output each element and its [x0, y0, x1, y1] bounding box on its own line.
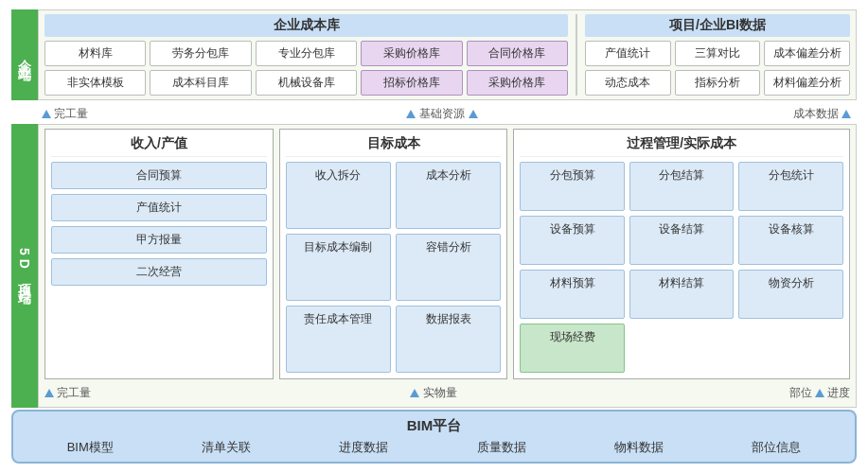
target-item-目标成本编制: 目标成本编制 — [286, 234, 391, 301]
target-item-责任成本管理: 责任成本管理 — [286, 306, 391, 373]
bottom-label-shiwuliang: 实物量 — [120, 385, 746, 401]
ent-item-合同价格库: 合同价格库 — [467, 41, 568, 66]
ent-item-成本偏差分析: 成本偏差分析 — [764, 41, 850, 66]
ent-item-动态成本: 动态成本 — [585, 70, 671, 96]
process-item-物资分析: 物资分析 — [738, 270, 843, 319]
ent-item-采购价格库1: 采购价格库 — [361, 41, 462, 66]
bottom-label-buwai: 部位 进度 — [746, 385, 850, 401]
enterprise-costlib: 企业成本库 材料库 劳务分包库 专业分包库 采购价格库 合同价格库 非实体模板 … — [44, 14, 568, 96]
target-item-收入拆分: 收入拆分 — [286, 162, 391, 229]
process-item-设备核算: 设备核算 — [738, 216, 843, 265]
bim-item-清单关联: 清单关联 — [202, 439, 251, 456]
process-item-分包预算: 分包预算 — [520, 162, 625, 211]
label-chengbendata: 成本数据 — [766, 106, 851, 122]
bidata-title: 项目/企业BI数据 — [585, 14, 850, 37]
ent-item-非实体模板: 非实体模板 — [44, 70, 146, 96]
ent-item-采购价格库2: 采购价格库 — [467, 70, 568, 96]
arrow-bottom-right1 — [815, 389, 824, 397]
bottom-label-jingdu-text: 进度 — [827, 385, 850, 401]
project-section: 5D 项目端 收入/产值 合同预算 产值统计 甲方报量 二次经营 目标成本 收入… — [11, 124, 857, 408]
module-process: 过程管理/实际成本 分包预算 分包结算 分包统计 设备预算 设备结算 设备核算 … — [513, 129, 850, 379]
ent-item-劳务分包库: 劳务分包库 — [150, 41, 251, 66]
arrow-chengbendata — [841, 110, 851, 118]
ent-item-材料偏差分析: 材料偏差分析 — [764, 70, 850, 96]
bim-section: BIM平台 BIM模型 清单关联 进度数据 质量数据 物料数据 部位信息 — [11, 410, 857, 464]
process-item-设备结算: 设备结算 — [629, 216, 735, 265]
bottom-label-shiwuliang-text: 实物量 — [423, 385, 457, 401]
module-target-title: 目标成本 — [286, 135, 502, 157]
enterprise-label: 企业端 — [11, 9, 38, 100]
costlib-title: 企业成本库 — [44, 14, 568, 37]
target-item-容错分析: 容错分析 — [396, 234, 501, 301]
enterprise-content: 企业成本库 材料库 劳务分包库 专业分包库 采购价格库 合同价格库 非实体模板 … — [38, 9, 857, 100]
bim-item-质量数据: 质量数据 — [477, 439, 526, 456]
bim-item-部位信息: 部位信息 — [752, 439, 801, 456]
label-jichuziyuan-text: 基础资源 — [419, 106, 465, 122]
ent-item-材料库: 材料库 — [44, 41, 146, 66]
arrow-wanggongliang — [42, 110, 51, 118]
project-content: 收入/产值 合同预算 产值统计 甲方报量 二次经营 目标成本 收入拆分 成本分析… — [38, 124, 857, 408]
project-bottom-labels: 完工量 实物量 部位 进度 — [44, 383, 850, 403]
income-item-合同预算: 合同预算 — [51, 162, 267, 189]
process-item-设备预算: 设备预算 — [520, 216, 625, 265]
bottom-label-wanggongliang-text: 完工量 — [57, 385, 91, 401]
module-process-title: 过程管理/实际成本 — [520, 135, 843, 157]
bim-title: BIM平台 — [23, 417, 845, 435]
bim-item-BIM模型: BIM模型 — [67, 439, 114, 456]
arrow-bottom-left — [44, 389, 54, 397]
bottom-label-wanggongliang: 完工量 — [44, 385, 120, 401]
costlib-row2: 非实体模板 成本科目库 机械设备库 招标价格库 采购价格库 — [44, 70, 568, 96]
project-label: 5D 项目端 — [11, 124, 38, 408]
process-item-材料预算: 材料预算 — [520, 270, 625, 319]
ent-item-专业分包库: 专业分包库 — [256, 41, 357, 66]
income-item-二次经营: 二次经营 — [51, 258, 267, 286]
process-item-分包统计: 分包统计 — [738, 162, 843, 211]
enterprise-section: 企业端 企业成本库 材料库 劳务分包库 专业分包库 采购价格库 合同价格库 非实… — [11, 9, 857, 100]
costlib-row1: 材料库 劳务分包库 专业分包库 采购价格库 合同价格库 — [44, 41, 568, 66]
bim-item-物料数据: 物料数据 — [614, 439, 664, 456]
ent-item-成本科目库: 成本科目库 — [150, 70, 251, 96]
process-item-材料结算: 材料结算 — [629, 270, 735, 319]
module-income: 收入/产值 合同预算 产值统计 甲方报量 二次经营 — [44, 129, 274, 379]
module-target: 目标成本 收入拆分 成本分析 目标成本编制 容错分析 责任成本管理 数据报表 — [279, 129, 508, 379]
project-label-text: 项目端 — [16, 272, 33, 284]
income-item-产值统计: 产值统计 — [51, 194, 267, 221]
label-jichuziuyan: 基础资源 — [117, 106, 766, 122]
target-item-数据报表: 数据报表 — [396, 306, 501, 373]
label-wanggongliang: 完工量 — [42, 106, 117, 122]
enterprise-bidata: 项目/企业BI数据 产值统计 三算对比 成本偏差分析 动态成本 指标分析 材料偏… — [585, 14, 850, 96]
module-income-title: 收入/产值 — [51, 135, 267, 157]
ent-item-三算对比: 三算对比 — [675, 41, 761, 66]
target-item-成本分析: 成本分析 — [396, 162, 501, 229]
ent-item-产值统计: 产值统计 — [585, 41, 671, 66]
label-chengbendata-text: 成本数据 — [793, 106, 839, 122]
target-grid: 收入拆分 成本分析 目标成本编制 容错分析 责任成本管理 数据报表 — [286, 162, 502, 373]
income-item-甲方报量: 甲方报量 — [51, 226, 267, 254]
project-modules: 收入/产值 合同预算 产值统计 甲方报量 二次经营 目标成本 收入拆分 成本分析… — [44, 129, 850, 379]
process-grid: 分包预算 分包结算 分包统计 设备预算 设备结算 设备核算 材料预算 材料结算 … — [520, 162, 843, 373]
process-item-现场经费: 现场经费 — [520, 324, 625, 373]
bim-items: BIM模型 清单关联 进度数据 质量数据 物料数据 部位信息 — [23, 439, 845, 456]
bidata-row1: 产值统计 三算对比 成本偏差分析 — [585, 41, 850, 66]
middle-label-row: 完工量 基础资源 成本数据 — [11, 104, 857, 124]
bottom-label-buwai-text: 部位 — [789, 385, 812, 401]
project-label-5d: 5D — [17, 248, 32, 272]
arrow-bottom-center — [410, 389, 419, 397]
ent-item-机械设备库: 机械设备库 — [256, 70, 357, 96]
label-wanggongliang-text: 完工量 — [54, 106, 88, 122]
ent-item-指标分析: 指标分析 — [675, 70, 761, 96]
arrow-jichuziyuan1 — [406, 110, 416, 118]
process-item-分包结算: 分包结算 — [629, 162, 735, 211]
arrow-jichuziyuan2 — [469, 110, 478, 118]
bim-item-进度数据: 进度数据 — [339, 439, 388, 456]
bidata-row2: 动态成本 指标分析 材料偏差分析 — [585, 70, 850, 96]
ent-item-招标价格库: 招标价格库 — [361, 70, 462, 96]
